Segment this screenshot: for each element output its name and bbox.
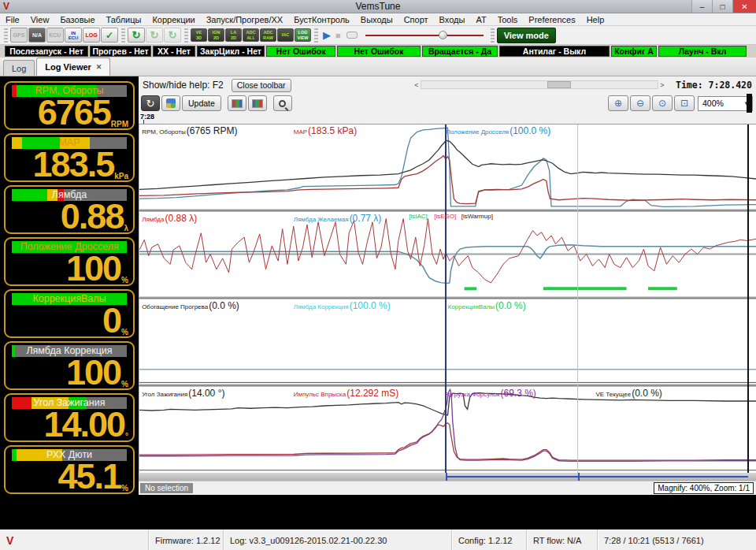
plugins-button[interactable] [161, 95, 180, 111]
toolbar-button--[interactable]: ✓ [101, 28, 118, 43]
tab-close-icon[interactable]: ✕ [96, 63, 102, 71]
gauge-unit: % [121, 276, 128, 284]
toolbar-button-n-a[interactable]: N/A [28, 28, 46, 43]
zoom-fit-button[interactable]: ⊙ [652, 95, 673, 111]
menu-item-0[interactable]: File [0, 14, 25, 25]
appearance-button[interactable] [248, 95, 267, 111]
chart-panel-lambda[interactable]: Лямбда(0.88 λ)Лямбда Желаемая(0.77 λ)[is… [139, 212, 756, 296]
gauge-value: 14.00 [43, 408, 124, 440]
menu-item-10[interactable]: AT [470, 14, 491, 25]
toolbar-button-ecu[interactable]: ECU [46, 28, 64, 43]
disconnect-ecu-icon[interactable]: ↻ [146, 28, 163, 43]
edit-channels-button[interactable] [228, 95, 246, 111]
magnify-zoom-label: Magnify: 400%, Zoom: 1/1 [654, 482, 754, 494]
toolbar-button-gps[interactable]: GPS [10, 28, 28, 43]
quick-view-button-4[interactable]: ADC RAW [260, 28, 276, 42]
chart-panel-corrections[interactable]: Обогащение Прогрева(0.0 %)Лямбда Коррекц… [139, 299, 756, 384]
stop-button[interactable]: ■ [335, 31, 341, 40]
quick-view-button-3[interactable]: ADC ALL [243, 28, 259, 42]
status-indicator-5[interactable]: Нет Ошибок [337, 46, 421, 57]
panel-plot-lambda[interactable] [139, 212, 756, 296]
menu-item-13[interactable]: Help [581, 14, 610, 25]
gauge-map[interactable]: MAP183.5kPa [4, 133, 135, 182]
gauge-value: 100 [66, 356, 120, 388]
menu-item-7[interactable]: Выходы [355, 14, 398, 25]
chart-edit-icon [232, 99, 243, 108]
zoom-in-button[interactable]: ⊕ [608, 95, 628, 111]
menu-item-6[interactable]: БустКонтроль [288, 14, 355, 25]
timeline-selection-line [446, 476, 748, 478]
toolbar-button-log[interactable]: LOG [83, 28, 100, 43]
scrollbar-track[interactable] [421, 80, 658, 89]
gauge-korr-valy[interactable]: КоррекцияВалы0% [4, 289, 135, 338]
menu-item-5[interactable]: Запуск/Прогрев/ХХ [201, 14, 288, 25]
menu-item-1[interactable]: View [25, 14, 55, 25]
quick-view-button-6[interactable]: LOG VIEW [295, 28, 311, 42]
status-indicator-0[interactable]: Послезапуск - Нет [5, 46, 88, 57]
menu-item-12[interactable]: Preferences [523, 14, 580, 25]
statusbar-item-4: 7:28 / 10:21 (5513 / 7661) [597, 530, 743, 550]
menu-item-8[interactable]: Спорт [398, 14, 434, 25]
gauge-value-row: 0.88λ [61, 200, 128, 232]
search-button[interactable] [273, 95, 292, 111]
puzzle-icon [166, 98, 176, 108]
toolbar-button-in-ecu[interactable]: IN ECU [65, 28, 82, 43]
time-scrollbar[interactable]: < > [413, 80, 666, 90]
gauge-value-row: 0% [102, 304, 128, 336]
status-indicator-9[interactable]: Лаунч - Вкл [658, 46, 747, 57]
play-button[interactable]: ▶ [323, 29, 331, 41]
data-end-marker [747, 94, 752, 113]
connect-ecu-icon[interactable]: ↻ [128, 28, 145, 43]
maximize-button[interactable]: □ [712, 0, 732, 13]
zoom-selection-button[interactable]: ⊡ [674, 95, 695, 111]
gauge-unit: kPa [114, 172, 128, 180]
minimize-button[interactable]: – [691, 0, 712, 13]
burn-icon[interactable]: ↻ [164, 28, 181, 43]
status-indicator-1[interactable]: Прогрев - Нет [90, 46, 151, 57]
quick-view-button-1[interactable]: IGN 2D [208, 28, 224, 42]
chart-panel-ignition-injection[interactable]: Угол Зажигания(14.00 °)Импульс Впрыска(1… [139, 387, 756, 473]
tab-log[interactable]: Log [3, 60, 35, 76]
status-indicator-3[interactable]: ЗакрЦикл - Нет [197, 46, 265, 57]
menu-item-11[interactable]: Tools [492, 14, 524, 25]
status-indicator-2[interactable]: ХХ - Нет [153, 46, 195, 57]
tab-log-viewer[interactable]: Log Viewer✕ [36, 58, 110, 76]
gauge-lambda[interactable]: Лямбда0.88λ [4, 185, 135, 234]
chart-panel-rpm-map-tps[interactable]: RPM, Обороты(6765 RPM)MAP(183.5 kPa)Поло… [139, 124, 756, 209]
quick-view-button-2[interactable]: LA 2D [225, 28, 242, 42]
zoom-level-select[interactable]: 400% ▼ [698, 96, 753, 111]
refresh-button[interactable]: ↻ [141, 95, 160, 111]
gauge-rpm[interactable]: RPM, Обороты6765RPM [4, 81, 135, 130]
quick-view-button-5[interactable]: IAC [277, 28, 294, 42]
gauge-ign-angle[interactable]: Угол Зажигания14.00° [4, 393, 135, 442]
gauge-value: 100 [66, 252, 120, 284]
menu-item-4[interactable]: Коррекции [146, 14, 200, 25]
zoom-out-button[interactable]: ⊖ [630, 95, 650, 111]
update-button[interactable]: Update [182, 95, 221, 111]
playback-slider[interactable] [365, 30, 484, 41]
status-indicator-8[interactable]: Конфиг А [611, 46, 657, 57]
scroll-left-icon[interactable]: < [413, 81, 421, 89]
gauge-iac-duty[interactable]: РХХ Дюти45.1% [4, 445, 135, 494]
gauge-lambda-korr[interactable]: Лямбда Коррекция100% [4, 341, 135, 390]
close-button[interactable]: ✕ [732, 0, 756, 13]
close-toolbar-button[interactable]: Close toolbar [232, 79, 291, 92]
menu-item-3[interactable]: Таблицы [101, 14, 147, 25]
status-indicator-6[interactable]: Вращается - Да [422, 46, 498, 57]
gauge-unit: ° [125, 432, 128, 440]
status-indicator-7[interactable]: Антилаг - Выкл [499, 46, 610, 57]
menu-item-2[interactable]: Базовые [54, 14, 100, 25]
gauge-tps[interactable]: Положение Дросселя100% [4, 237, 135, 286]
panel-plot-corrections[interactable] [139, 299, 756, 384]
slider-thumb[interactable] [439, 31, 447, 39]
quick-view-button-0[interactable]: VE 3D [191, 28, 207, 42]
search-icon [279, 100, 286, 107]
panel-plot-ignition-injection[interactable] [139, 387, 756, 473]
menu-item-9[interactable]: Входы [434, 14, 471, 25]
series-rpm [139, 140, 756, 189]
scroll-right-icon[interactable]: > [658, 81, 666, 89]
view-mode-button[interactable]: View mode [497, 28, 556, 43]
scrollbar-thumb[interactable] [547, 81, 571, 88]
status-indicator-4[interactable]: Нет Ошибок [266, 46, 335, 57]
panel-plot-rpm-map-tps[interactable] [139, 124, 756, 209]
